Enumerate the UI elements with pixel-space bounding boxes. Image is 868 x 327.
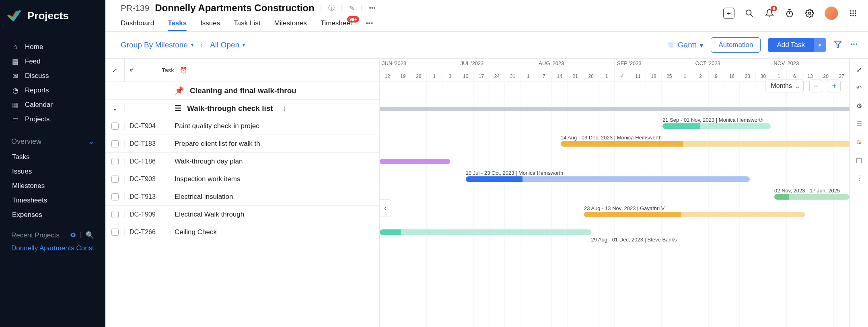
- day-cell: 1: [520, 71, 536, 82]
- zoom-in-button[interactable]: +: [828, 80, 841, 92]
- sidebar-item-feed[interactable]: ▤Feed: [0, 54, 105, 69]
- month-cell: JUL '2023: [458, 59, 537, 71]
- checkbox[interactable]: [111, 229, 119, 236]
- brush-icon[interactable]: ✎: [349, 4, 354, 12]
- info-icon[interactable]: ⓘ: [328, 4, 335, 12]
- funnel-icon[interactable]: [833, 40, 842, 50]
- avatar[interactable]: [825, 6, 838, 20]
- tasklist-row[interactable]: ⌄ ☰Walk-through check list↓: [105, 100, 379, 117]
- gear-icon[interactable]: [804, 8, 815, 18]
- column-hash[interactable]: #: [125, 59, 156, 82]
- table-row[interactable]: DC-T909Electrical Walk through: [105, 206, 379, 223]
- sidebar-item-calendar[interactable]: ▦Calendar: [0, 98, 105, 112]
- timer-icon[interactable]: [784, 8, 795, 18]
- column-task[interactable]: Task⏰: [156, 59, 379, 82]
- month-cell: OCT '2023: [693, 59, 771, 71]
- gantt-bar-label: 10 Jul - 23 Oct, 2023 | Monica Hemsworth: [466, 170, 564, 176]
- gantt-bar[interactable]: 23 Aug - 13 Nov, 2023 | Gayathri V: [584, 212, 805, 217]
- gantt-bar-label: 14 Aug - 03 Dec, 2023 | Monica Hemsworth: [561, 135, 662, 141]
- tab-tasks[interactable]: Tasks: [168, 19, 187, 31]
- checkbox[interactable]: [111, 211, 119, 218]
- sidebar-sub-tasks[interactable]: Tasks: [0, 150, 105, 164]
- checkbox[interactable]: [111, 123, 119, 130]
- zoom-out-button[interactable]: −: [809, 80, 822, 92]
- tab-tasklist[interactable]: Task List: [234, 19, 260, 31]
- table-row[interactable]: DC-T266Ceiling Check: [105, 223, 379, 241]
- sidebar-item-home[interactable]: ⌂Home: [0, 40, 105, 54]
- panel-collapse-handle[interactable]: ‹: [380, 199, 391, 217]
- table-row[interactable]: DC-T903Inspection work items: [105, 170, 379, 188]
- table-row[interactable]: DC-T904Paint quality check in projec: [105, 117, 379, 135]
- tab-timesheet[interactable]: Timesheet99+: [321, 19, 352, 31]
- sliders-icon[interactable]: ⚙: [70, 231, 76, 239]
- gantt-bar[interactable]: 02 Nov, 2023 - 17 Jun, 2025: [774, 194, 849, 200]
- tab-dashboard[interactable]: Dashboard: [121, 19, 154, 31]
- milestone-row[interactable]: 📌Cleaning and final walk-throu: [105, 82, 379, 100]
- sidebar-sub-milestones[interactable]: Milestones: [0, 179, 105, 193]
- sidebar: Projects ⌂Home ▤Feed ✉Discuss ◔Reports ▦…: [0, 0, 105, 327]
- sliders-icon[interactable]: ⚙: [856, 102, 862, 110]
- automation-button[interactable]: Automation: [711, 37, 761, 53]
- checkbox[interactable]: [111, 193, 119, 200]
- gantt-bar[interactable]: 14 Aug - 03 Dec, 2023 | Monica Hemsworth: [561, 141, 849, 147]
- day-cell: 19: [395, 71, 411, 82]
- svg-point-10: [852, 12, 854, 14]
- tab-issues[interactable]: Issues: [200, 19, 220, 31]
- gantt-bar[interactable]: 10 Jul - 23 Oct, 2023 | Monica Hemsworth: [466, 176, 750, 182]
- undo-icon[interactable]: ↶: [856, 84, 862, 92]
- project-header: PR-139 Donnelly Apartments Construction …: [121, 2, 376, 31]
- checkbox[interactable]: [111, 140, 119, 147]
- sidebar-sub-issues[interactable]: Issues: [0, 164, 105, 179]
- sidebar-item-projects[interactable]: 🗀Projects: [0, 112, 105, 127]
- project-code: PR-139: [121, 3, 149, 13]
- recent-project-link[interactable]: Donnelly Apartments Const: [0, 243, 105, 254]
- tab-milestones[interactable]: Milestones: [274, 19, 306, 31]
- tab-more[interactable]: •••: [366, 19, 373, 31]
- bell-icon[interactable]: 9: [764, 8, 775, 18]
- add-icon[interactable]: ＋: [723, 8, 734, 19]
- sidebar-sub-timesheets[interactable]: Timesheets: [0, 193, 105, 208]
- table-row[interactable]: DC-T186Walk-through day plan: [105, 153, 379, 170]
- gantt-body[interactable]: 21 Sep - 01 Nov, 2023 | Monica Hemsworth…: [380, 82, 849, 327]
- search-icon[interactable]: [744, 8, 755, 18]
- search-icon[interactable]: 🔍: [86, 231, 94, 239]
- sort-icon[interactable]: ↓: [283, 104, 287, 113]
- more-horizontal-icon[interactable]: [849, 40, 858, 50]
- calendar-icon: ▦: [11, 101, 19, 109]
- day-cell: 26: [411, 71, 427, 82]
- more-vertical-icon[interactable]: ⋮: [856, 174, 862, 182]
- add-task-button[interactable]: Add Task: [768, 38, 814, 52]
- table-row[interactable]: DC-T913Electrical insulation: [105, 188, 379, 206]
- add-task-split-button[interactable]: ▾: [814, 38, 826, 52]
- export-icon[interactable]: ◫: [856, 156, 862, 164]
- filter-dropdown[interactable]: All Open ▾: [210, 41, 245, 49]
- sidebar-sub-expenses[interactable]: Expenses: [0, 208, 105, 222]
- group-by-dropdown[interactable]: Group By Milestone ▾: [121, 41, 193, 49]
- more-icon[interactable]: •••: [369, 4, 376, 12]
- tab-badge: 99+: [347, 16, 360, 22]
- sidebar-item-reports[interactable]: ◔Reports: [0, 83, 105, 98]
- baseline-icon[interactable]: ☰: [856, 120, 862, 128]
- critical-path-icon[interactable]: ≋: [856, 138, 862, 146]
- zoom-select[interactable]: Months ⌄: [765, 80, 804, 92]
- view-dropdown[interactable]: Gantt ▾: [666, 41, 703, 50]
- table-row[interactable]: DC-T183Prepare client list for walk th: [105, 135, 379, 153]
- sidebar-item-discuss[interactable]: ✉Discuss: [0, 69, 105, 83]
- gantt-bar[interactable]: [380, 159, 450, 164]
- collapse-toggle[interactable]: ⌄: [105, 104, 125, 112]
- home-icon: ⌂: [11, 43, 19, 51]
- gantt-bar-label: 23 Aug - 13 Nov, 2023 | Gayathri V: [584, 205, 664, 211]
- tasklist-bar[interactable]: [380, 107, 849, 111]
- overview-section-head[interactable]: Overview ⌄: [0, 131, 105, 150]
- apps-grid-icon[interactable]: [848, 8, 858, 18]
- expand-all-toggle[interactable]: ⤢: [105, 59, 125, 82]
- checkbox[interactable]: [111, 158, 119, 165]
- checkbox[interactable]: [111, 176, 119, 183]
- gantt-bar[interactable]: 21 Sep - 01 Nov, 2023 | Monica Hemsworth: [662, 123, 771, 129]
- gantt-bar[interactable]: 29 Aug - 01 Dec, 2023 | Steve Banks: [380, 229, 591, 235]
- chat-icon: ✉: [11, 72, 19, 80]
- main: PR-139 Donnelly Apartments Construction …: [105, 0, 868, 327]
- expand-icon[interactable]: ⤢: [856, 66, 862, 74]
- month-cell: JUN '2023: [380, 59, 458, 71]
- task-id: DC-T266: [125, 229, 156, 236]
